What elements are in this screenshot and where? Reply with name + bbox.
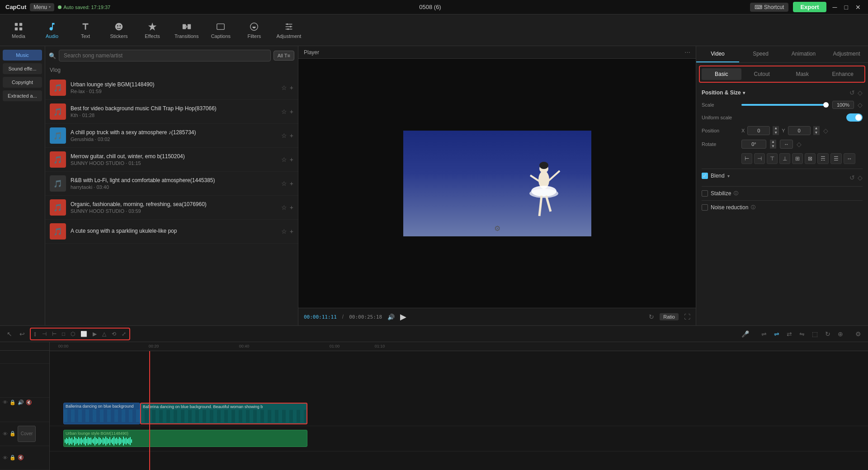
toolbar-item-text[interactable]: Text [74, 22, 97, 39]
distribute-h-button[interactable]: ☴ [817, 153, 829, 164]
fullscreen-button[interactable]: ⛶ [684, 313, 690, 320]
y-up-button[interactable]: ▲ [813, 126, 820, 131]
ratio-button[interactable]: Ratio [660, 313, 679, 320]
split-button[interactable]: ⫿ [32, 329, 39, 338]
loop-button[interactable]: ↻ [649, 313, 654, 320]
track-lock-button[interactable]: 🔒 [9, 400, 16, 405]
rotate-tool-button[interactable]: ⤢ [119, 329, 128, 338]
subtab-mask[interactable]: Mask [783, 68, 822, 80]
position-keyframe-button[interactable]: ◇ [823, 127, 828, 134]
toolbar-item-filters[interactable]: Filters [243, 22, 265, 39]
toolbar-item-audio[interactable]: Audio [41, 22, 63, 39]
mic-button[interactable]: 🎤 [739, 329, 751, 339]
track-merge-button[interactable]: ⇄ [784, 329, 794, 339]
track-join-button[interactable]: ⇌ [759, 329, 769, 339]
x-up-button[interactable]: ▲ [773, 126, 779, 131]
favorite-button[interactable]: ☆ [281, 180, 287, 187]
add-song-button[interactable]: + [290, 204, 293, 211]
favorite-button[interactable]: ☆ [281, 108, 287, 115]
add-song-button[interactable]: + [290, 132, 293, 139]
favorite-button[interactable]: ☆ [281, 204, 287, 211]
minimize-button[interactable]: ─ [831, 3, 839, 12]
track-visibility-button[interactable]: 👁 [3, 400, 8, 405]
rotate-down-button[interactable]: ▼ [770, 144, 776, 149]
add-song-button[interactable]: + [290, 228, 293, 235]
timeline-settings-button[interactable]: ⚙ [853, 329, 863, 339]
blend-keyframe-button[interactable]: ◇ [858, 174, 863, 181]
align-center-h-button[interactable]: ⊣ [754, 153, 765, 164]
subtab-enhance[interactable]: Enhance [823, 68, 863, 80]
track-split-button[interactable]: ⇌ [772, 329, 782, 339]
left-btn-copyright[interactable]: Copyright [3, 77, 42, 88]
video-clip-1[interactable]: Ballerina dancing on blue background [63, 403, 140, 424]
toolbar-item-media[interactable]: Media [7, 22, 30, 39]
x-down-button[interactable]: ▼ [773, 131, 779, 135]
undo-button[interactable]: ↩ [17, 329, 27, 339]
y-input[interactable] [788, 126, 811, 135]
track-audio-mute2-button[interactable]: 🔇 [18, 455, 24, 461]
subtab-cutout[interactable]: Cutout [742, 68, 782, 80]
track-visibility2-button[interactable]: 👁 [3, 431, 8, 437]
tab-adjustment[interactable]: Adjustment [825, 46, 868, 62]
track-audio-vis-button[interactable]: 👁 [3, 455, 8, 461]
maximize-button[interactable]: □ [843, 3, 850, 12]
tab-video[interactable]: Video [696, 46, 739, 62]
left-btn-music[interactable]: Music [3, 50, 42, 61]
tab-speed[interactable]: Speed [739, 46, 782, 62]
select-tool-button[interactable]: ↖ [5, 329, 14, 339]
export-button[interactable]: Export [793, 2, 826, 12]
shortcut-button[interactable]: ⌨ Shortcut [750, 3, 789, 12]
subtab-basic[interactable]: Basic [702, 68, 741, 80]
track-audio-lock-button[interactable]: 🔒 [9, 455, 16, 461]
audio-clip-1[interactable]: Urban lounge style BGM(1148490) [63, 430, 307, 447]
track-mute-button[interactable]: 🔇 [26, 400, 32, 405]
keyframe-position-button[interactable]: ◇ [858, 89, 863, 96]
y-down-button[interactable]: ▼ [813, 131, 820, 135]
align-left-button[interactable]: ⊢ [741, 153, 752, 164]
scale-input[interactable] [832, 101, 854, 109]
align-bottom-button[interactable]: ⊠ [805, 153, 816, 164]
add-song-button[interactable]: + [290, 84, 293, 91]
noise-reduction-checkbox[interactable] [702, 204, 708, 211]
align-center-v-button[interactable]: ⊞ [792, 153, 803, 164]
favorite-button[interactable]: ☆ [281, 156, 287, 163]
crop-button[interactable]: ⬡ [68, 329, 77, 338]
toolbar-item-adjustment[interactable]: Adjustment [276, 22, 301, 39]
flip-h-button[interactable]: ↔ [780, 140, 793, 149]
add-song-button[interactable]: + [290, 108, 293, 115]
track-sync-button[interactable]: ↻ [823, 329, 833, 339]
play-preview-button[interactable]: ▶ [90, 329, 99, 338]
close-button[interactable]: ✕ [854, 3, 863, 12]
uniform-scale-toggle[interactable] [846, 113, 863, 122]
add-song-button[interactable]: + [290, 180, 293, 187]
play-button[interactable]: ▶ [400, 312, 406, 322]
stabilize-checkbox[interactable] [702, 190, 708, 197]
left-btn-sound-effects[interactable]: Sound effe... [3, 63, 42, 74]
track-audio-button[interactable]: 🔊 [18, 400, 24, 405]
trim-left-button[interactable]: ⊣ [40, 329, 49, 338]
stabilize-tool-button[interactable]: △ [100, 329, 108, 338]
tab-animation[interactable]: Animation [782, 46, 825, 62]
resize-button[interactable]: ⬜ [78, 329, 90, 338]
align-right-button[interactable]: ⊤ [767, 153, 778, 164]
track-lock2-button[interactable]: 🔒 [9, 431, 16, 437]
trim-right-button[interactable]: ⊢ [50, 329, 59, 338]
toolbar-item-transitions[interactable]: Transitions [175, 22, 198, 39]
favorite-button[interactable]: ☆ [281, 132, 287, 139]
toolbar-item-stickers[interactable]: Stickers [108, 22, 130, 39]
distribute-v-button[interactable]: ☰ [830, 153, 842, 164]
mirror-button[interactable]: ⟲ [109, 329, 118, 338]
toolbar-item-captions[interactable]: Captions [209, 22, 232, 39]
delete-button[interactable]: □ [60, 329, 67, 338]
toolbar-item-effects[interactable]: Effects [141, 22, 164, 39]
favorite-button[interactable]: ☆ [281, 228, 287, 235]
rotate-keyframe-button[interactable]: ◇ [797, 141, 802, 148]
rotate-input[interactable] [741, 140, 766, 149]
blend-checkbox[interactable]: ✓ [702, 173, 708, 179]
distribute-button[interactable]: ↔ [844, 153, 855, 164]
menu-button[interactable]: Menu ▾ [30, 3, 54, 11]
track-text-button[interactable]: ⬚ [810, 329, 820, 339]
all-tag-button[interactable]: All T≡ [274, 51, 294, 61]
left-btn-extracted[interactable]: Extracted a... [3, 90, 42, 101]
search-input[interactable] [59, 50, 271, 61]
